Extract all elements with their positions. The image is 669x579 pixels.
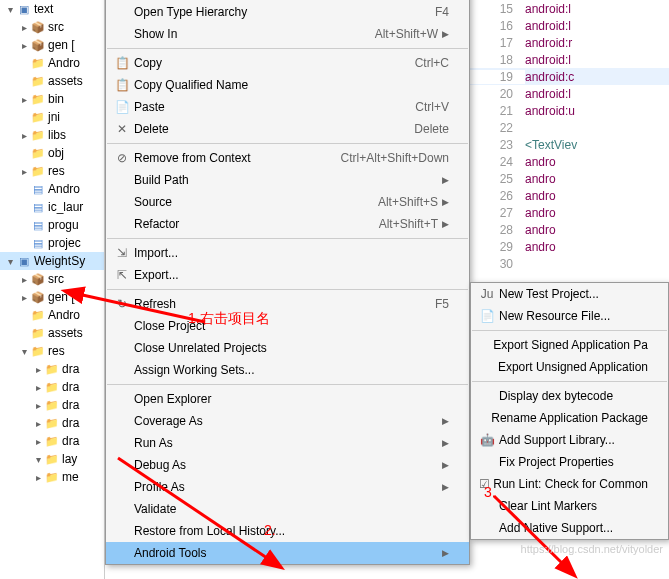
tree-item-25[interactable]: ▾📁lay: [0, 450, 104, 468]
tree-item-1[interactable]: ▸📦src: [0, 18, 104, 36]
ctx2-item-8[interactable]: 🤖Add Support Library...: [471, 429, 668, 451]
tree-label: jni: [48, 110, 60, 124]
menu-icon: ⇱: [110, 268, 134, 282]
ctx2-item-1[interactable]: 📄New Resource File...: [471, 305, 668, 327]
editor-line[interactable]: 27andro: [470, 204, 669, 221]
ctx1-item-2[interactable]: Show InAlt+Shift+W▶: [106, 23, 469, 45]
tree-item-20[interactable]: ▸📁dra: [0, 360, 104, 378]
menu-label: Add Support Library...: [499, 433, 648, 447]
editor-line[interactable]: 15android:l: [470, 0, 669, 17]
ctx1-item-7[interactable]: ✕DeleteDelete: [106, 118, 469, 140]
editor-line[interactable]: 23<TextViev: [470, 136, 669, 153]
code-text: andro: [525, 189, 556, 203]
editor-line[interactable]: 17android:r: [470, 34, 669, 51]
fil-icon: ▤: [30, 181, 46, 197]
twisty-icon[interactable]: ▸: [32, 382, 44, 393]
tree-item-13[interactable]: ▤projec: [0, 234, 104, 252]
tree-item-22[interactable]: ▸📁dra: [0, 396, 104, 414]
ctx1-item-6[interactable]: 📄PasteCtrl+V: [106, 96, 469, 118]
ctx1-item-4[interactable]: 📋CopyCtrl+C: [106, 52, 469, 74]
editor-line[interactable]: 26andro: [470, 187, 669, 204]
tree-item-4[interactable]: 📁assets: [0, 72, 104, 90]
menu-label: Fix Project Properties: [499, 455, 648, 469]
twisty-icon[interactable]: ▸: [32, 418, 44, 429]
ctx2-item-0[interactable]: JuNew Test Project...: [471, 283, 668, 305]
ctx1-item-11[interactable]: SourceAlt+Shift+S▶: [106, 191, 469, 213]
ctx1-item-15[interactable]: ⇱Export...: [106, 264, 469, 286]
twisty-icon[interactable]: ▸: [32, 364, 44, 375]
editor-line[interactable]: 25andro: [470, 170, 669, 187]
tree-item-9[interactable]: ▸📁res: [0, 162, 104, 180]
ctx1-item-1[interactable]: Open Type HierarchyF4: [106, 1, 469, 23]
ctx1-item-23[interactable]: Coverage As▶: [106, 410, 469, 432]
ctx1-item-5[interactable]: 📋Copy Qualified Name: [106, 74, 469, 96]
twisty-icon[interactable]: ▸: [18, 274, 30, 285]
twisty-icon[interactable]: ▾: [4, 256, 16, 267]
tree-item-6[interactable]: 📁jni: [0, 108, 104, 126]
menu-icon: Ju: [475, 287, 499, 301]
tree-item-21[interactable]: ▸📁dra: [0, 378, 104, 396]
twisty-icon[interactable]: ▾: [4, 4, 16, 15]
tree-item-24[interactable]: ▸📁dra: [0, 432, 104, 450]
tree-item-5[interactable]: ▸📁bin: [0, 90, 104, 108]
twisty-icon[interactable]: ▾: [32, 454, 44, 465]
tree-item-10[interactable]: ▤Andro: [0, 180, 104, 198]
menu-label: Remove from Context: [134, 151, 329, 165]
editor-line[interactable]: 30: [470, 255, 669, 272]
twisty-icon[interactable]: ▸: [18, 22, 30, 33]
tree-item-7[interactable]: ▸📁libs: [0, 126, 104, 144]
fld-icon: 📁: [30, 325, 46, 341]
twisty-icon[interactable]: ▸: [18, 130, 30, 141]
twisty-icon[interactable]: ▸: [18, 94, 30, 105]
separator: [472, 381, 667, 382]
editor-line[interactable]: 28andro: [470, 221, 669, 238]
tree-label: Andro: [48, 56, 80, 70]
twisty-icon[interactable]: ▸: [18, 292, 30, 303]
ctx1-item-20[interactable]: Assign Working Sets...: [106, 359, 469, 381]
code-text: android:l: [525, 53, 571, 67]
ctx1-item-12[interactable]: RefactorAlt+Shift+T▶: [106, 213, 469, 235]
editor-line[interactable]: 22: [470, 119, 669, 136]
tree-item-8[interactable]: 📁obj: [0, 144, 104, 162]
tree-label: dra: [62, 398, 79, 412]
shortcut: Ctrl+C: [403, 56, 449, 70]
tree-item-2[interactable]: ▸📦gen [: [0, 36, 104, 54]
line-number: 15: [470, 2, 525, 16]
editor-line[interactable]: 29andro: [470, 238, 669, 255]
twisty-icon[interactable]: ▸: [32, 400, 44, 411]
tree-label: me: [62, 470, 79, 484]
twisty-icon[interactable]: ▸: [18, 166, 30, 177]
tree-label: gen [: [48, 38, 75, 52]
ctx2-item-6[interactable]: Display dex bytecode: [471, 385, 668, 407]
tree-item-23[interactable]: ▸📁dra: [0, 414, 104, 432]
svg-line-0: [78, 294, 205, 322]
ctx1-item-10[interactable]: Build Path▶: [106, 169, 469, 191]
submenu-arrow-icon: ▶: [438, 548, 449, 558]
ctx2-item-7[interactable]: Rename Application Package: [471, 407, 668, 429]
line-number: 22: [470, 121, 525, 135]
ctx1-item-22[interactable]: Open Explorer: [106, 388, 469, 410]
twisty-icon[interactable]: ▸: [18, 40, 30, 51]
editor-line[interactable]: 21android:u: [470, 102, 669, 119]
tree-item-12[interactable]: ▤progu: [0, 216, 104, 234]
editor-line[interactable]: 16android:l: [470, 17, 669, 34]
ctx2-item-9[interactable]: Fix Project Properties: [471, 451, 668, 473]
ctx1-item-9[interactable]: ⊘Remove from ContextCtrl+Alt+Shift+Down: [106, 147, 469, 169]
line-number: 23: [470, 138, 525, 152]
tree-item-11[interactable]: ▤ic_laur: [0, 198, 104, 216]
tree-item-0[interactable]: ▾▣text: [0, 0, 104, 18]
editor-line[interactable]: 19android:c: [470, 68, 669, 85]
ctx2-item-4[interactable]: Export Unsigned Application: [471, 356, 668, 378]
twisty-icon[interactable]: ▸: [32, 472, 44, 483]
ctx1-item-14[interactable]: ⇲Import...: [106, 242, 469, 264]
editor-line[interactable]: 18android:l: [470, 51, 669, 68]
fld-icon: 📁: [44, 379, 60, 395]
ctx2-item-3[interactable]: Export Signed Application Pa: [471, 334, 668, 356]
editor-line[interactable]: 20android:l: [470, 85, 669, 102]
tree-item-3[interactable]: 📁Andro: [0, 54, 104, 72]
tree-item-26[interactable]: ▸📁me: [0, 468, 104, 486]
twisty-icon[interactable]: ▸: [32, 436, 44, 447]
twisty-icon[interactable]: ▾: [18, 346, 30, 357]
tree-item-14[interactable]: ▾▣WeightSy: [0, 252, 104, 270]
editor-line[interactable]: 24andro: [470, 153, 669, 170]
